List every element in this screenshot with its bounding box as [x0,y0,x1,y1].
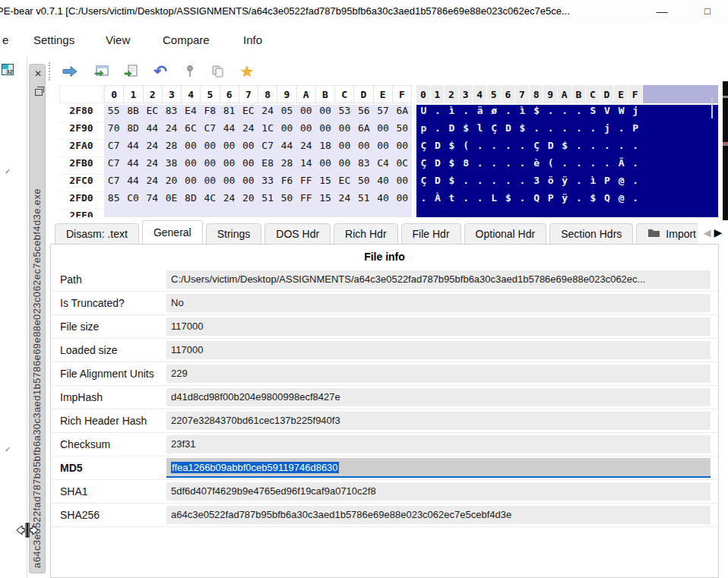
hex-byte-cell[interactable]: 24 [162,122,181,140]
ascii-char-cell[interactable]: $ [586,192,600,210]
copy-compare-icon[interactable] [207,61,229,82]
ascii-char-cell[interactable]: . [431,122,445,140]
undo-icon[interactable]: ↶ [150,61,171,82]
hex-byte-cell[interactable]: 24 [239,122,258,140]
ascii-char-cell[interactable]: P [628,122,643,140]
hex-byte-cell[interactable]: C0 [123,192,142,210]
hex-byte-cell[interactable]: C7 [104,140,123,157]
hex-byte-cell[interactable]: 00 [220,140,239,157]
hex-byte-cell[interactable]: EC [143,105,162,122]
ascii-char-cell[interactable]: $ [445,140,459,157]
hex-byte-cell[interactable]: EC [239,105,258,122]
ascii-char-cell[interactable]: 3 [530,175,544,192]
hex-byte-cell[interactable]: 00 [239,140,258,157]
ascii-char-cell[interactable]: Ä [614,157,628,175]
pin-icon[interactable] [179,61,201,82]
hex-byte-cell[interactable]: E8 [258,157,277,175]
hex-byte-cell[interactable]: F6 [277,175,296,192]
hex-byte-cell[interactable]: 6A [393,105,412,122]
ascii-char-cell[interactable]: S [586,105,600,122]
maximize-button[interactable]: □ [696,2,719,21]
ascii-char-cell[interactable]: D [445,122,459,140]
tab-scroll-right-icon[interactable]: ▶ [714,226,723,238]
hex-byte-cell[interactable]: 50 [277,192,296,210]
ascii-char-cell[interactable]: . [459,192,473,210]
ascii-char-cell[interactable]: . [515,175,530,192]
hex-byte-cell[interactable]: 00 [373,140,392,157]
hex-byte-cell[interactable]: 83 [162,105,181,122]
tab-scroll-left-icon[interactable]: ◀ [704,227,711,238]
ascii-char-cell[interactable]: . [572,175,587,192]
hex-byte-cell[interactable]: 00 [335,140,354,157]
hex-byte-cell[interactable]: 44 [143,122,162,140]
ascii-char-cell[interactable]: ÿ [558,192,572,210]
hex-byte-cell[interactable]: FF [296,175,315,192]
hex-byte-cell[interactable]: 00 [296,122,315,140]
hex-byte-cell[interactable]: 14 [296,157,315,175]
ascii-char-cell[interactable]: . [572,140,587,157]
hex-byte-cell[interactable]: 51 [354,192,373,210]
ascii-char-cell[interactable]: . [502,105,516,122]
ascii-char-cell[interactable]: $ [459,122,473,140]
hex-byte-cell[interactable]: 8D [181,192,200,210]
ascii-char-cell[interactable]: Ç [416,140,431,157]
ascii-char-cell[interactable]: p [416,122,431,140]
ascii-char-cell[interactable]: . [614,140,628,157]
hex-byte-cell[interactable]: 24 [143,157,162,175]
hex-byte-cell[interactable]: C7 [104,175,123,192]
ascii-char-cell[interactable]: j [600,122,615,140]
ascii-char-cell[interactable]: ( [459,140,473,157]
hex-byte-cell[interactable]: 15 [315,175,334,192]
ascii-char-cell[interactable]: P [543,192,558,210]
hex-byte-cell[interactable]: 56 [354,105,373,122]
ascii-scrollbar-thumb[interactable] [711,97,713,118]
hex-byte-cell[interactable]: 44 [277,140,296,157]
hex-byte-cell[interactable]: 44 [123,140,142,157]
hex-byte-cell[interactable]: 00 [315,157,334,175]
ascii-char-cell[interactable]: . [628,157,643,175]
hex-byte-cell[interactable]: 50 [354,175,373,192]
hex-byte-cell[interactable]: 24 [296,140,315,157]
ascii-char-cell[interactable]: D [431,157,445,175]
ascii-char-cell[interactable]: . [543,105,558,122]
hex-byte-cell[interactable]: 81 [220,105,239,122]
hex-byte-cell[interactable]: 53 [335,105,354,122]
ascii-char-cell[interactable]: . [586,157,600,175]
goto-arrow-icon[interactable] [59,61,81,82]
tab-general[interactable]: General [142,220,203,245]
load-in-window-icon[interactable] [91,61,112,82]
fileinfo-value[interactable]: 5df6d407f4629b9e4765ed96f19caf9a0710c2f8 [166,482,711,501]
ascii-char-cell[interactable]: ÿ [558,175,572,192]
ascii-char-cell[interactable]: . [558,105,572,122]
ascii-char-cell[interactable]: . [614,122,628,140]
ascii-char-cell[interactable]: . [515,140,530,157]
ascii-char-cell[interactable]: Ç [416,175,431,192]
ascii-char-cell[interactable]: Ç [530,140,544,157]
hex-byte-cell[interactable]: 00 [315,122,334,140]
ascii-char-cell[interactable]: $ [502,192,516,210]
ascii-char-cell[interactable]: . [586,122,600,140]
hex-byte-cell[interactable]: 38 [162,157,181,175]
hex-byte-cell[interactable]: 15 [315,192,334,210]
menu-item-view[interactable]: View [106,33,130,46]
hex-byte-cell[interactable]: 57 [373,105,392,122]
fileinfo-value[interactable]: 2207e3284370bd61cec137b225f940f3 [166,412,711,430]
ascii-char-cell[interactable]: D [431,175,445,192]
toolbar-drag-handle[interactable] [49,62,50,81]
ascii-char-cell[interactable]: t [445,192,459,210]
hex-byte-cell[interactable]: 24 [143,175,162,192]
hex-byte-cell[interactable]: 83 [354,157,373,175]
ascii-char-cell[interactable]: D [431,140,445,157]
ascii-char-cell[interactable]: D [502,122,516,140]
menu-item-info[interactable]: Info [243,33,262,46]
hex-byte-cell[interactable]: 70 [104,122,123,140]
hex-byte-cell[interactable]: 40 [373,192,392,210]
hex-byte-cell[interactable]: 00 [220,157,239,175]
hex-byte-cell[interactable]: 33 [258,175,277,192]
ascii-char-cell[interactable]: . [628,175,643,192]
ascii-char-cell[interactable]: . [586,140,600,157]
tab-rich-hdr[interactable]: Rich Hdr [334,223,397,245]
favorite-star-icon[interactable]: ★ [236,61,258,82]
ascii-char-cell[interactable]: . [628,140,643,157]
hex-byte-cell[interactable]: 00 [393,192,412,210]
